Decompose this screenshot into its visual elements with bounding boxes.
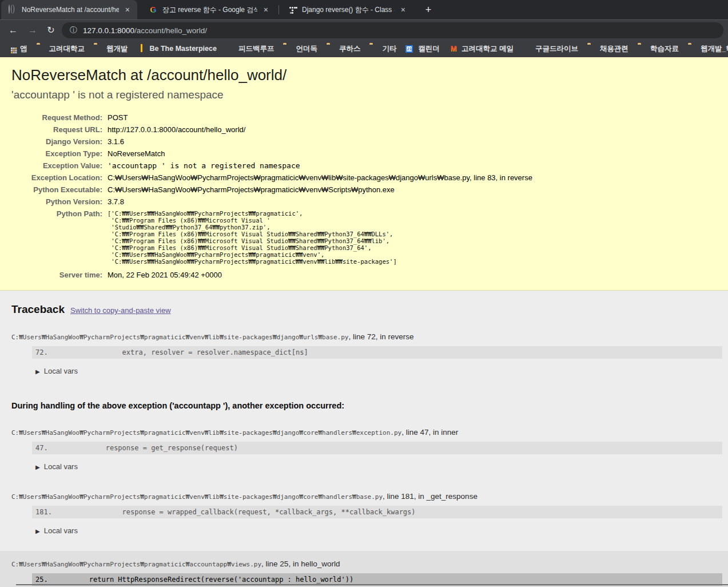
triangle-icon: ▶ <box>35 464 40 470</box>
folder-icon <box>327 44 336 53</box>
local-vars-toggle[interactable]: ▶Local vars <box>35 367 728 375</box>
table-row: Request Method:POST <box>0 112 532 124</box>
bookmarks-bar: 앱 고려대학교 웹개발 Be The Masterpiece 피드백루프 언더독… <box>0 40 728 57</box>
gmail-icon: M <box>449 44 458 53</box>
bookmark-folder[interactable]: 웹개발_학 <box>684 42 728 55</box>
page-content: NoReverseMatch at /account/hello_world/ … <box>0 57 728 587</box>
tab-title: NoReverseMatch at /account/he <box>22 6 119 14</box>
table-row: Django Version:3.1.6 <box>0 136 532 148</box>
traceback-heading: Traceback <box>11 303 65 315</box>
triangle-icon: ▶ <box>35 368 40 375</box>
bookmark-gmail[interactable]: M고려대학교 메일 <box>445 42 518 55</box>
table-row: Python Executable:C:₩Users₩HaSangWoo₩Pyc… <box>0 184 532 196</box>
folder-icon <box>283 44 292 53</box>
table-row: Server time:Mon, 22 Feb 2021 05:49:42 +0… <box>0 269 532 281</box>
python-path: ['C:₩₩Users₩₩HaSangWoo₩₩PycharmProjects₩… <box>108 210 532 265</box>
bookmark-folder[interactable]: 채용관련 <box>583 42 632 55</box>
address-bar[interactable]: ⓘ 127.0.0.1:8000/account/hello_world/ <box>62 22 723 38</box>
bookmark-calendar[interactable]: 21캘린더 <box>401 42 444 55</box>
tab-title: 장고 reverse 함수 - Google 검색 <box>162 5 257 15</box>
calendar-icon: 21 <box>405 44 415 53</box>
frame-code-line[interactable]: 181. response = wrapped_callback(request… <box>32 506 722 518</box>
traceback-frame: C:₩Users₩HaSangWoo₩PycharmProjects₩pragm… <box>0 423 728 482</box>
gift-icon <box>137 44 146 53</box>
tab-strip: NoReverseMatch at /account/he × G 장고 rev… <box>0 0 728 19</box>
bookmark-item[interactable]: Be The Masterpiece <box>133 42 221 55</box>
forward-button[interactable]: → <box>25 23 40 38</box>
local-vars-toggle[interactable]: ▶Local vars <box>35 526 728 535</box>
bookmark-apps[interactable]: 앱 <box>3 42 31 55</box>
folder-icon <box>369 44 379 53</box>
folder-icon <box>94 44 103 53</box>
close-icon[interactable]: × <box>262 5 270 14</box>
close-icon[interactable]: × <box>399 5 407 14</box>
google-icon: G <box>149 5 158 14</box>
reload-button[interactable]: ↻ <box>43 23 58 38</box>
exception-value-heading: 'accountapp ' is not a registered namesp… <box>11 89 728 101</box>
traceback-frame: C:₩Users₩HaSangWoo₩PycharmProjects₩pragm… <box>0 327 728 386</box>
table-row: Exception Type:NoReverseMatch <box>0 148 532 160</box>
dots-icon <box>288 5 297 14</box>
switch-view-link[interactable]: Switch to copy-and-paste view <box>70 306 171 315</box>
folder-icon <box>638 44 647 53</box>
frame-file-path: C:₩Users₩HaSangWoo₩PycharmProjects₩pragm… <box>11 492 728 501</box>
bookmark-drive[interactable]: 구글드라이브 <box>519 42 582 55</box>
drive-icon <box>523 44 532 53</box>
frame-code-line[interactable]: 47. response = get_response(request) <box>32 442 722 454</box>
tab-separator <box>279 5 279 14</box>
rainbow-icon <box>226 44 235 53</box>
page-title: NoReverseMatch at /account/hello_world/ <box>11 66 728 84</box>
during-handling-heading: During handling of the above exception (… <box>11 401 728 410</box>
tab-noreversematch[interactable]: NoReverseMatch at /account/he × <box>1 0 137 19</box>
bookmark-folder[interactable]: 학습자료 <box>634 42 683 55</box>
triangle-icon: ▶ <box>35 528 40 534</box>
traceback-section: TracebackSwitch to copy-and-paste view C… <box>0 291 728 587</box>
frame-file-path: C:₩Users₩HaSangWoo₩PycharmProjects₩pragm… <box>11 428 728 437</box>
bookmark-folder[interactable]: 고려대학교 <box>33 42 89 55</box>
traceback-frame-user: C:₩Users₩HaSangWoo₩PycharmProjects₩pragm… <box>0 551 728 587</box>
table-row: Exception Value:'accountapp ' is not a r… <box>0 160 532 172</box>
globe-icon <box>8 5 17 14</box>
table-row: Python Version:3.7.8 <box>0 196 532 208</box>
traceback-frame: C:₩Users₩HaSangWoo₩PycharmProjects₩pragm… <box>0 487 728 546</box>
frame-file-path: C:₩Users₩HaSangWoo₩PycharmProjects₩pragm… <box>11 560 728 568</box>
bookmark-item[interactable]: 피드백루프 <box>222 42 279 55</box>
browser-toolbar: ← → ↻ ⓘ 127.0.0.1:8000/account/hello_wor… <box>0 19 728 40</box>
folder-icon <box>587 44 596 53</box>
bookmark-folder[interactable]: 웹개발 <box>90 42 132 55</box>
url-host: 127.0.0.1:8000 <box>83 26 134 35</box>
bookmark-folder[interactable]: 쿠하스 <box>323 42 365 55</box>
section-divider <box>16 584 728 585</box>
tab-google-search[interactable]: G 장고 reverse 함수 - Google 검색 × <box>142 0 276 19</box>
tab-django-docs[interactable]: Django reverse() 함수 - Class 뷰 × <box>281 0 413 19</box>
apps-grid-icon <box>9 46 15 51</box>
frame-file-path: C:₩Users₩HaSangWoo₩PycharmProjects₩pragm… <box>11 332 728 341</box>
folder-icon <box>37 44 46 53</box>
folder-icon <box>688 44 697 53</box>
error-meta-table: Request Method:POST Request URL:http://1… <box>0 112 532 281</box>
tab-title: Django reverse() 함수 - Class 뷰 <box>302 5 395 15</box>
table-row: Request URL:http://127.0.0.1:8000/accoun… <box>0 124 532 136</box>
new-tab-button[interactable]: + <box>421 3 435 17</box>
back-button[interactable]: ← <box>6 23 21 38</box>
table-row: Exception Location:C:₩Users₩HaSangWoo₩Py… <box>0 172 532 184</box>
frame-code-line[interactable]: 72. extra, resolver = resolver.namespace… <box>32 346 722 359</box>
bookmark-folder[interactable]: 기타 <box>365 42 400 55</box>
table-row: Python Path:['C:₩₩Users₩₩HaSangWoo₩₩Pych… <box>0 208 532 269</box>
bookmark-folder[interactable]: 언더독 <box>279 42 321 55</box>
url-path: /account/hello_world/ <box>134 26 207 35</box>
local-vars-toggle[interactable]: ▶Local vars <box>35 462 728 471</box>
page-info-icon[interactable]: ⓘ <box>70 25 77 35</box>
close-icon[interactable]: × <box>124 5 132 14</box>
error-summary: NoReverseMatch at /account/hello_world/ … <box>0 57 728 291</box>
